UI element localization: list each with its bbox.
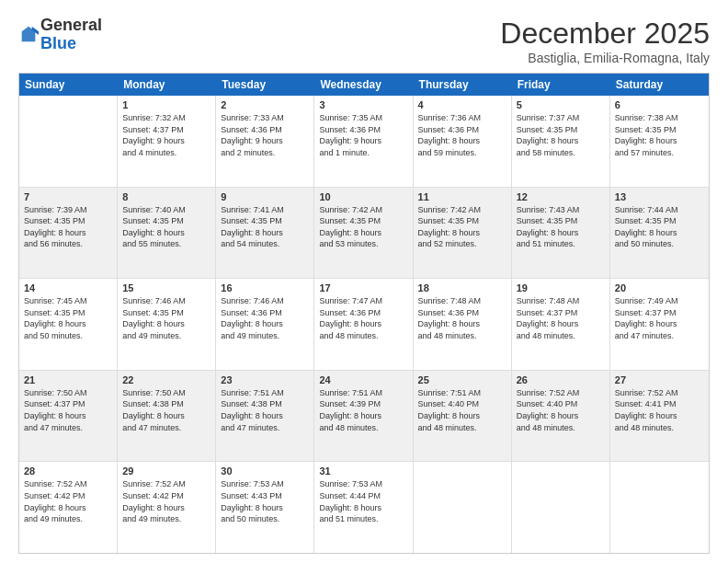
calendar-cell: 3Sunrise: 7:35 AM Sunset: 4:36 PM Daylig… (314, 96, 413, 187)
calendar-row: 21Sunrise: 7:50 AM Sunset: 4:37 PM Dayli… (19, 371, 709, 463)
day-number: 22 (122, 374, 210, 385)
page: General Blue December 2025 Bastiglia, Em… (0, 0, 728, 563)
cell-info: Sunrise: 7:32 AM Sunset: 4:37 PM Dayligh… (122, 112, 210, 158)
calendar-cell: 23Sunrise: 7:51 AM Sunset: 4:38 PM Dayli… (216, 371, 314, 462)
calendar-cell: 29Sunrise: 7:52 AM Sunset: 4:42 PM Dayli… (118, 462, 216, 553)
calendar-cell: 10Sunrise: 7:42 AM Sunset: 4:35 PM Dayli… (314, 188, 413, 279)
day-number: 21 (24, 374, 112, 385)
cell-info: Sunrise: 7:48 AM Sunset: 4:36 PM Dayligh… (418, 295, 506, 341)
calendar-cell: 12Sunrise: 7:43 AM Sunset: 4:35 PM Dayli… (512, 188, 610, 279)
calendar-cell: 27Sunrise: 7:52 AM Sunset: 4:41 PM Dayli… (610, 371, 709, 462)
day-number: 24 (319, 374, 407, 385)
calendar-cell (19, 96, 118, 187)
calendar-cell: 19Sunrise: 7:48 AM Sunset: 4:37 PM Dayli… (512, 279, 610, 370)
cell-info: Sunrise: 7:52 AM Sunset: 4:42 PM Dayligh… (122, 478, 210, 524)
cell-info: Sunrise: 7:52 AM Sunset: 4:40 PM Dayligh… (517, 387, 605, 433)
calendar-cell: 20Sunrise: 7:49 AM Sunset: 4:37 PM Dayli… (610, 279, 709, 370)
calendar-cell: 11Sunrise: 7:42 AM Sunset: 4:35 PM Dayli… (414, 188, 512, 279)
day-number: 23 (221, 374, 309, 385)
logo-icon (18, 25, 39, 45)
weekday-header: Thursday (414, 74, 512, 96)
day-number: 20 (615, 282, 704, 293)
day-number: 7 (24, 191, 112, 202)
calendar-row: 7Sunrise: 7:39 AM Sunset: 4:35 PM Daylig… (19, 188, 709, 280)
day-number: 8 (122, 191, 210, 202)
cell-info: Sunrise: 7:44 AM Sunset: 4:35 PM Dayligh… (615, 204, 704, 250)
cell-info: Sunrise: 7:40 AM Sunset: 4:35 PM Dayligh… (122, 204, 210, 250)
calendar-cell: 16Sunrise: 7:46 AM Sunset: 4:36 PM Dayli… (216, 279, 314, 370)
calendar-cell: 18Sunrise: 7:48 AM Sunset: 4:36 PM Dayli… (414, 279, 512, 370)
weekday-header: Sunday (19, 74, 118, 96)
weekday-header: Saturday (610, 74, 709, 96)
calendar-cell (512, 462, 610, 553)
calendar-cell: 31Sunrise: 7:53 AM Sunset: 4:44 PM Dayli… (314, 462, 413, 553)
cell-info: Sunrise: 7:35 AM Sunset: 4:36 PM Dayligh… (319, 112, 407, 158)
cell-info: Sunrise: 7:52 AM Sunset: 4:42 PM Dayligh… (24, 478, 112, 524)
calendar-cell: 21Sunrise: 7:50 AM Sunset: 4:37 PM Dayli… (19, 371, 118, 462)
calendar-cell: 6Sunrise: 7:38 AM Sunset: 4:35 PM Daylig… (610, 96, 709, 187)
calendar-cell: 22Sunrise: 7:50 AM Sunset: 4:38 PM Dayli… (118, 371, 216, 462)
calendar-cell: 26Sunrise: 7:52 AM Sunset: 4:40 PM Dayli… (512, 371, 610, 462)
cell-info: Sunrise: 7:39 AM Sunset: 4:35 PM Dayligh… (24, 204, 112, 250)
day-number: 18 (418, 282, 506, 293)
day-number: 2 (221, 99, 309, 110)
cell-info: Sunrise: 7:48 AM Sunset: 4:37 PM Dayligh… (517, 295, 605, 341)
weekday-header: Wednesday (314, 74, 413, 96)
logo: General Blue (18, 17, 102, 53)
cell-info: Sunrise: 7:45 AM Sunset: 4:35 PM Dayligh… (24, 295, 112, 341)
cell-info: Sunrise: 7:46 AM Sunset: 4:36 PM Dayligh… (221, 295, 309, 341)
title-section: December 2025 Bastiglia, Emilia-Romagna,… (500, 17, 710, 65)
header: General Blue December 2025 Bastiglia, Em… (18, 17, 710, 65)
cell-info: Sunrise: 7:33 AM Sunset: 4:36 PM Dayligh… (221, 112, 309, 158)
cell-info: Sunrise: 7:53 AM Sunset: 4:43 PM Dayligh… (221, 478, 309, 524)
weekday-header: Monday (118, 74, 216, 96)
day-number: 14 (24, 282, 112, 293)
calendar-row: 1Sunrise: 7:32 AM Sunset: 4:37 PM Daylig… (19, 96, 709, 188)
calendar-cell: 25Sunrise: 7:51 AM Sunset: 4:40 PM Dayli… (414, 371, 512, 462)
day-number: 25 (418, 374, 506, 385)
cell-info: Sunrise: 7:51 AM Sunset: 4:39 PM Dayligh… (319, 387, 407, 433)
calendar-cell: 7Sunrise: 7:39 AM Sunset: 4:35 PM Daylig… (19, 188, 118, 279)
day-number: 15 (122, 282, 210, 293)
cell-info: Sunrise: 7:51 AM Sunset: 4:38 PM Dayligh… (221, 387, 309, 433)
calendar-cell: 17Sunrise: 7:47 AM Sunset: 4:36 PM Dayli… (314, 279, 413, 370)
cell-info: Sunrise: 7:52 AM Sunset: 4:41 PM Dayligh… (615, 387, 704, 433)
day-number: 26 (517, 374, 605, 385)
cell-info: Sunrise: 7:47 AM Sunset: 4:36 PM Dayligh… (319, 295, 407, 341)
day-number: 1 (122, 99, 210, 110)
cell-info: Sunrise: 7:50 AM Sunset: 4:38 PM Dayligh… (122, 387, 210, 433)
day-number: 10 (319, 191, 407, 202)
cell-info: Sunrise: 7:42 AM Sunset: 4:35 PM Dayligh… (319, 204, 407, 250)
month-title: December 2025 (500, 17, 710, 51)
calendar-cell (414, 462, 512, 553)
calendar-cell: 2Sunrise: 7:33 AM Sunset: 4:36 PM Daylig… (216, 96, 314, 187)
calendar-cell: 30Sunrise: 7:53 AM Sunset: 4:43 PM Dayli… (216, 462, 314, 553)
calendar-cell: 14Sunrise: 7:45 AM Sunset: 4:35 PM Dayli… (19, 279, 118, 370)
cell-info: Sunrise: 7:36 AM Sunset: 4:36 PM Dayligh… (418, 112, 506, 158)
weekday-header: Tuesday (216, 74, 314, 96)
day-number: 19 (517, 282, 605, 293)
cell-info: Sunrise: 7:38 AM Sunset: 4:35 PM Dayligh… (615, 112, 704, 158)
weekday-header: Friday (512, 74, 610, 96)
cell-info: Sunrise: 7:49 AM Sunset: 4:37 PM Dayligh… (615, 295, 704, 341)
calendar-cell: 24Sunrise: 7:51 AM Sunset: 4:39 PM Dayli… (314, 371, 413, 462)
day-number: 16 (221, 282, 309, 293)
calendar-row: 28Sunrise: 7:52 AM Sunset: 4:42 PM Dayli… (19, 462, 709, 553)
cell-info: Sunrise: 7:41 AM Sunset: 4:35 PM Dayligh… (221, 204, 309, 250)
day-number: 30 (221, 465, 309, 477)
logo-text: General Blue (40, 17, 102, 53)
calendar: SundayMondayTuesdayWednesdayThursdayFrid… (18, 73, 710, 554)
calendar-cell: 9Sunrise: 7:41 AM Sunset: 4:35 PM Daylig… (216, 188, 314, 279)
day-number: 5 (517, 99, 605, 110)
calendar-body: 1Sunrise: 7:32 AM Sunset: 4:37 PM Daylig… (19, 96, 709, 553)
day-number: 27 (615, 374, 704, 385)
day-number: 3 (319, 99, 407, 110)
cell-info: Sunrise: 7:43 AM Sunset: 4:35 PM Dayligh… (517, 204, 605, 250)
day-number: 11 (418, 191, 506, 202)
calendar-cell: 4Sunrise: 7:36 AM Sunset: 4:36 PM Daylig… (414, 96, 512, 187)
cell-info: Sunrise: 7:53 AM Sunset: 4:44 PM Dayligh… (319, 478, 407, 524)
calendar-cell: 13Sunrise: 7:44 AM Sunset: 4:35 PM Dayli… (610, 188, 709, 279)
calendar-cell: 1Sunrise: 7:32 AM Sunset: 4:37 PM Daylig… (118, 96, 216, 187)
day-number: 28 (24, 465, 112, 477)
cell-info: Sunrise: 7:46 AM Sunset: 4:35 PM Dayligh… (122, 295, 210, 341)
